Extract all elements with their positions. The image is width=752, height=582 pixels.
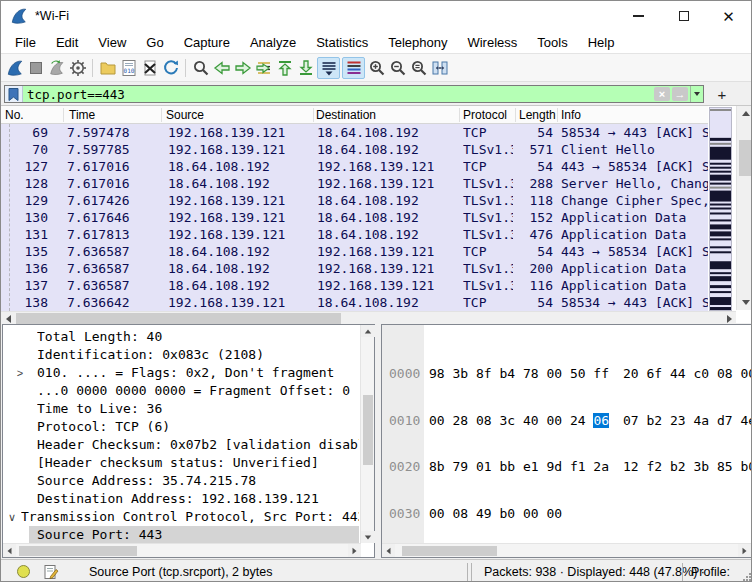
menu-file[interactable]: File bbox=[5, 33, 46, 52]
filter-dropdown-button[interactable] bbox=[690, 86, 703, 102]
column-divider[interactable] bbox=[557, 108, 558, 122]
restart-capture-button[interactable] bbox=[46, 57, 67, 79]
packet-row-131[interactable]: 1317.617813192.168.139.12118.64.108.192T… bbox=[1, 226, 708, 243]
filter-apply-button[interactable]: → bbox=[672, 87, 688, 101]
packet-row-130[interactable]: 1307.617646192.168.139.12118.64.108.192T… bbox=[1, 209, 708, 226]
open-file-button[interactable] bbox=[97, 57, 118, 79]
go-to-bottom-button[interactable] bbox=[295, 57, 316, 79]
details-hscrollbar[interactable] bbox=[3, 543, 361, 557]
intelligent-scrollbar-minimap[interactable] bbox=[709, 107, 732, 311]
detail-line[interactable]: Source Address: 35.74.215.78 bbox=[3, 472, 359, 490]
go-to-packet-button[interactable] bbox=[253, 57, 274, 79]
hscroll-thumb[interactable] bbox=[402, 546, 497, 556]
zoom-in-button[interactable] bbox=[366, 57, 387, 79]
col-header-info[interactable]: Info bbox=[561, 108, 581, 122]
filter-text[interactable]: tcp.port==443 bbox=[23, 87, 654, 102]
zoom-original-button[interactable] bbox=[408, 57, 429, 79]
hex-row[interactable]: 00208b 79 01 bb e1 9d f1 2a12 f2 b2 3b 8… bbox=[382, 459, 429, 475]
vscroll-thumb[interactable] bbox=[739, 140, 752, 176]
scroll-down-button[interactable] bbox=[737, 295, 752, 310]
menu-edit[interactable]: Edit bbox=[46, 33, 88, 52]
detail-line-tcp[interactable]: ∨Transmission Control Protocol, Src Port… bbox=[3, 508, 359, 526]
packet-row-70[interactable]: 707.597785192.168.139.12118.64.108.192TL… bbox=[1, 141, 708, 158]
filter-bookmark-button[interactable] bbox=[5, 86, 23, 102]
column-divider[interactable] bbox=[161, 108, 162, 122]
scroll-right-button[interactable] bbox=[738, 544, 751, 557]
filter-clear-button[interactable]: × bbox=[654, 87, 670, 101]
detail-line[interactable]: Protocol: TCP (6) bbox=[3, 418, 359, 436]
scroll-up-button[interactable] bbox=[361, 325, 375, 337]
col-header-protocol[interactable]: Protocol bbox=[463, 108, 507, 122]
detail-line[interactable]: ...0 0000 0000 0000 = Fragment Offset: 0 bbox=[3, 382, 359, 400]
expert-info-icon[interactable] bbox=[17, 565, 30, 578]
menu-tools[interactable]: Tools bbox=[527, 33, 577, 52]
column-divider[interactable] bbox=[63, 108, 64, 122]
start-capture-button[interactable] bbox=[4, 57, 25, 79]
packet-list-vscrollbar[interactable] bbox=[736, 106, 752, 310]
menu-capture[interactable]: Capture bbox=[174, 33, 240, 52]
packet-row-129[interactable]: 1297.617426192.168.139.12118.64.108.192T… bbox=[1, 192, 708, 209]
packet-row-69[interactable]: 697.597478192.168.139.12118.64.108.192TC… bbox=[1, 124, 708, 141]
reload-file-button[interactable] bbox=[160, 57, 181, 79]
packet-row-137[interactable]: 1377.63658718.64.108.192192.168.139.121T… bbox=[1, 277, 708, 294]
zoom-out-button[interactable] bbox=[387, 57, 408, 79]
menu-view[interactable]: View bbox=[88, 33, 136, 52]
column-divider[interactable] bbox=[313, 108, 314, 122]
column-divider[interactable] bbox=[515, 108, 516, 122]
packet-list-hscrollbar[interactable] bbox=[1, 311, 736, 324]
menu-help[interactable]: Help bbox=[578, 33, 625, 52]
hscroll-thumb[interactable] bbox=[16, 313, 341, 324]
scroll-up-button[interactable] bbox=[737, 106, 752, 121]
detail-line[interactable]: Time to Live: 36 bbox=[3, 400, 359, 418]
packet-row-136[interactable]: 1367.63658718.64.108.192192.168.139.121T… bbox=[1, 260, 708, 277]
packet-row-127[interactable]: 1277.61701618.64.108.192192.168.139.121T… bbox=[1, 158, 708, 175]
expander-collapsed-icon[interactable]: > bbox=[3, 364, 37, 382]
close-button[interactable]: ✕ bbox=[706, 1, 751, 31]
resize-columns-button[interactable] bbox=[429, 57, 450, 79]
detail-line[interactable]: Total Length: 40 bbox=[3, 328, 359, 346]
detail-line-selected[interactable]: Source Port: 443 bbox=[3, 526, 359, 544]
go-back-button[interactable] bbox=[211, 57, 232, 79]
scroll-left-button[interactable] bbox=[382, 544, 395, 557]
expander-expanded-icon[interactable]: ∨ bbox=[3, 508, 21, 526]
menu-wireless[interactable]: Wireless bbox=[457, 33, 527, 52]
capture-comment-icon[interactable] bbox=[43, 564, 59, 580]
hex-row[interactable]: 000098 3b 8f b4 78 00 50 ff20 6f 44 c0 0… bbox=[382, 366, 429, 382]
col-header-destination[interactable]: Destination bbox=[316, 108, 376, 122]
save-file-button[interactable]: 010 bbox=[118, 57, 139, 79]
detail-line[interactable]: Destination Address: 192.168.139.121 bbox=[3, 490, 359, 508]
colorize-toggle[interactable] bbox=[342, 57, 365, 79]
menu-go[interactable]: Go bbox=[136, 33, 173, 52]
detail-line[interactable]: Identification: 0x083c (2108) bbox=[3, 346, 359, 364]
hex-hscrollbar[interactable] bbox=[382, 543, 751, 557]
col-header-no[interactable]: No. bbox=[5, 108, 24, 122]
col-header-length[interactable]: Length bbox=[519, 108, 556, 122]
col-header-time[interactable]: Time bbox=[69, 108, 95, 122]
vscroll-thumb[interactable] bbox=[363, 395, 373, 465]
capture-options-button[interactable] bbox=[67, 57, 88, 79]
scroll-left-button[interactable] bbox=[3, 544, 16, 557]
hscroll-thumb[interactable] bbox=[19, 546, 137, 556]
title-bar[interactable]: *Wi-Fi ✕ bbox=[1, 1, 751, 31]
display-filter-input[interactable]: tcp.port==443 × → bbox=[4, 85, 704, 103]
menu-telephony[interactable]: Telephony bbox=[378, 33, 457, 52]
packet-row-135[interactable]: 1357.63658718.64.108.192192.168.139.121T… bbox=[1, 243, 708, 260]
minimize-button[interactable] bbox=[616, 1, 661, 31]
go-to-top-button[interactable] bbox=[274, 57, 295, 79]
highlighted-byte[interactable]: 06 bbox=[593, 413, 609, 428]
menu-analyze[interactable]: Analyze bbox=[240, 33, 306, 52]
menu-statistics[interactable]: Statistics bbox=[306, 33, 378, 52]
hex-row[interactable]: 001000 28 08 3c 40 00 24 0607 b2 23 4a d… bbox=[382, 413, 429, 429]
detail-line[interactable]: Header Checksum: 0x07b2 [validation disa… bbox=[3, 436, 359, 454]
column-divider[interactable] bbox=[459, 108, 460, 122]
packet-row-128[interactable]: 1287.61701618.64.108.192192.168.139.121T… bbox=[1, 175, 708, 192]
detail-line-flags[interactable]: >010. .... = Flags: 0x2, Don't fragment bbox=[3, 364, 359, 382]
packet-row-138[interactable]: 1387.636642192.168.139.12118.64.108.192T… bbox=[1, 294, 708, 311]
filter-add-button[interactable]: + bbox=[713, 85, 731, 103]
col-header-source[interactable]: Source bbox=[166, 108, 204, 122]
scroll-down-button[interactable] bbox=[361, 531, 375, 543]
find-packet-button[interactable] bbox=[190, 57, 211, 79]
close-file-button[interactable] bbox=[139, 57, 160, 79]
hex-row[interactable]: 003000 08 49 b0 00 00 bbox=[382, 506, 429, 522]
details-vscrollbar[interactable] bbox=[360, 325, 374, 543]
